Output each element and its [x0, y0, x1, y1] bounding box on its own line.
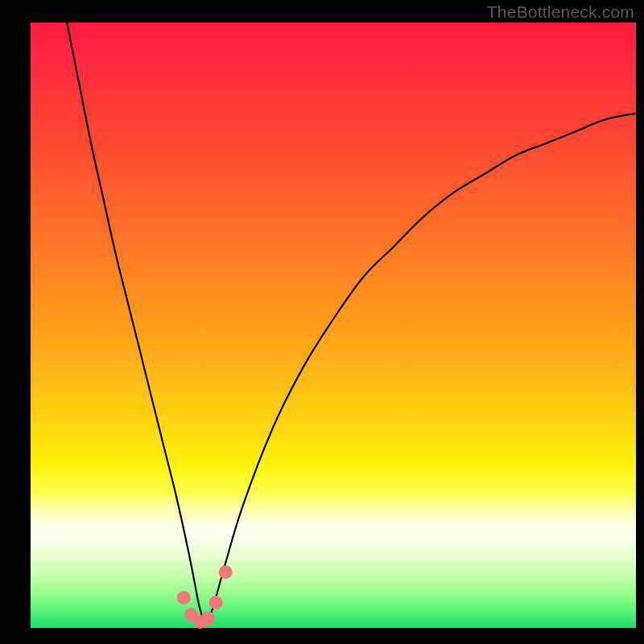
- marker-group: [177, 565, 233, 629]
- marker-dot: [201, 612, 215, 625]
- marker-dot: [209, 596, 223, 609]
- plot-area: [31, 23, 636, 628]
- bottleneck-curve-svg: [31, 23, 636, 628]
- bottleneck-curve-path: [67, 23, 636, 622]
- watermark-text: TheBottleneck.com: [487, 2, 634, 22]
- marker-dot: [219, 565, 233, 579]
- chart-frame: TheBottleneck.com: [0, 0, 644, 644]
- marker-dot: [177, 591, 191, 605]
